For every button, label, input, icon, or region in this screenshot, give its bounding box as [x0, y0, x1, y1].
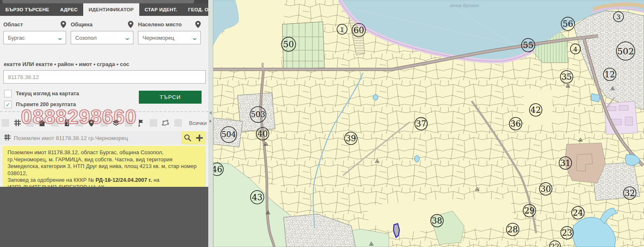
svg-text:42: 42: [531, 105, 541, 115]
filter-checkbox-layers[interactable]: [100, 119, 108, 127]
add-result-button[interactable]: [194, 133, 204, 143]
svg-text:60: 60: [353, 25, 364, 35]
chevron-down-icon: ⌄: [192, 35, 198, 41]
divider: [0, 111, 208, 112]
svg-text:56: 56: [562, 19, 573, 29]
expand-panel-arrow-icon[interactable]: [210, 120, 212, 123]
filter-all-label: Всички: [189, 120, 207, 126]
svg-text:503: 503: [251, 110, 265, 119]
svg-text:36: 36: [511, 119, 521, 129]
current-map-view-checkbox[interactable]: [4, 90, 12, 97]
collapse-panel-arrow-icon[interactable]: [210, 111, 212, 115]
identifier-search-panel: Област Бургас ⌄ Община Созопол ⌄ Населен…: [0, 16, 208, 187]
obshtina-label: Община: [71, 21, 92, 28]
oblast-select[interactable]: Бургас ⌄: [3, 31, 66, 44]
panel-splitter[interactable]: [208, 0, 213, 247]
flag-icon: [137, 120, 144, 127]
field-obshtina: Община Созопол ⌄: [71, 19, 133, 44]
result-row-title: Поземлен имот 81178.38.12 гр.Черноморец: [14, 135, 208, 141]
sidebar-footer-area: [0, 187, 208, 247]
bay-label: залив Вромос: [449, 3, 479, 8]
location-pin-icon: [88, 120, 95, 127]
top-input-remnant: [3, 0, 194, 3]
svg-text:46: 46: [213, 165, 222, 174]
svg-text:12: 12: [605, 70, 615, 79]
search-sidebar: БЪРЗО ТЪРСЕНЕ АДРЕС ИДЕНТИФИКАТОР СТАР И…: [0, 0, 208, 247]
svg-text:23: 23: [562, 228, 572, 238]
filter-checkbox-parcel[interactable]: [2, 119, 9, 127]
svg-text:37: 37: [416, 119, 427, 129]
result-type-filter-toolbar: Всички: [2, 118, 207, 128]
svg-text:3: 3: [616, 13, 621, 21]
map-pin-icon[interactable]: [128, 21, 133, 28]
tab-old-identifier[interactable]: СТАР ИДЕНТ.: [139, 3, 183, 16]
filter-checkbox-all[interactable]: [174, 119, 182, 127]
result-row[interactable]: Поземлен имот 81178.38.12 гр.Черноморец: [0, 131, 208, 145]
svg-text:32: 32: [625, 188, 635, 198]
obshtina-select[interactable]: Созопол ⌄: [71, 31, 133, 44]
first-200-option: ✓ Първите 200 резултата: [4, 101, 76, 108]
svg-text:28: 28: [508, 225, 518, 234]
svg-text:39: 39: [346, 134, 356, 143]
identifier-hint-label: екатте ИЛИ екатте • район • имот • сград…: [4, 61, 129, 67]
map-pin-icon[interactable]: [195, 21, 201, 28]
cadastre-grid-icon: [4, 134, 10, 142]
tab-identifier[interactable]: ИДЕНТИФИКАТОР: [83, 3, 139, 16]
current-map-view-option: Текущ изглед на картата: [4, 90, 79, 97]
filter-checkbox-point[interactable]: [76, 119, 83, 127]
svg-text:55: 55: [523, 40, 533, 50]
field-settlement: Населено място Черноморец ⌄: [138, 19, 201, 44]
filter-checkbox-polygon[interactable]: [150, 119, 157, 127]
building-icon: [63, 120, 70, 127]
identifier-input[interactable]: [3, 70, 206, 84]
search-tabs: БЪРЗО ТЪРСЕНЕ АДРЕС ИДЕНТИФИКАТОР СТАР И…: [0, 3, 208, 16]
layers-icon: [112, 120, 120, 127]
chevron-down-icon: ⌄: [57, 35, 63, 41]
svg-text:504: 504: [222, 130, 236, 139]
svg-text:40: 40: [258, 129, 268, 139]
svg-text:22: 22: [550, 242, 560, 247]
map-pin-icon[interactable]: [61, 21, 66, 28]
filter-checkbox-building[interactable]: [26, 119, 34, 127]
svg-text:35: 35: [562, 72, 572, 82]
parcel-detail-text: Поземлен имот 81178.38.12, област Бургас…: [8, 149, 197, 176]
svg-text:31: 31: [560, 158, 571, 168]
polygon-icon: [162, 120, 169, 127]
svg-text:30: 30: [541, 184, 551, 194]
order-number: РД-18-12/24.04.2007 г.: [96, 177, 152, 183]
field-oblast: Област Бургас ⌄: [3, 19, 66, 44]
svg-text:24: 24: [573, 208, 583, 218]
map-canvas[interactable]: залив Вромос: [213, 0, 644, 247]
tab-quick-search[interactable]: БЪРЗО ТЪРСЕНЕ: [0, 3, 55, 16]
cadastre-grid-icon: [14, 120, 21, 127]
svg-text:1: 1: [340, 26, 344, 33]
result-row-actions: [181, 131, 206, 145]
svg-text:29: 29: [524, 206, 535, 216]
chevron-down-icon: ⌄: [124, 35, 130, 41]
zoom-to-result-button[interactable]: [183, 133, 193, 143]
filter-checkbox-object[interactable]: [51, 119, 59, 127]
map-brown-area: [565, 143, 606, 183]
first-200-checkbox[interactable]: ✓: [4, 101, 12, 108]
svg-text:502: 502: [617, 46, 634, 56]
svg-text:38: 38: [432, 216, 442, 226]
order-text-prefix: Заповед за одобрение на КККР №: [8, 177, 96, 183]
svg-text:4: 4: [573, 46, 578, 53]
filter-checkbox-flag[interactable]: [125, 119, 133, 127]
tab-address[interactable]: АДРЕС: [55, 3, 83, 16]
search-button[interactable]: ТЪРСИ: [139, 91, 202, 104]
settlement-label: Населено място: [138, 21, 181, 28]
svg-text:50: 50: [283, 39, 294, 49]
house-icon: [38, 120, 46, 127]
oblast-label: Област: [3, 21, 23, 28]
top-toolbar-strip: [0, 0, 208, 3]
settlement-select[interactable]: Черноморец ⌄: [138, 31, 201, 44]
svg-text:43: 43: [252, 192, 262, 202]
